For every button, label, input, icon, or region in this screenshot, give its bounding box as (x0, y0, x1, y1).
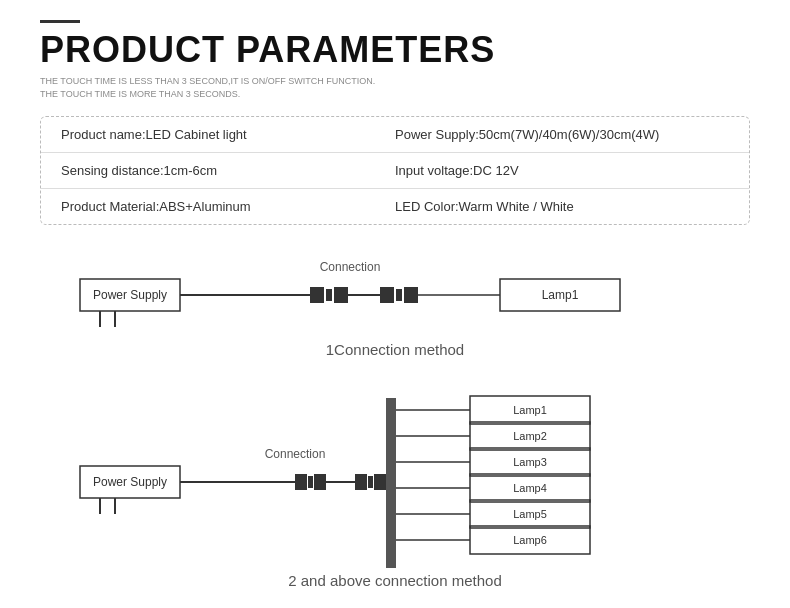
param-led-color: LED Color:Warm White / White (395, 199, 729, 214)
params-row-2: Sensing distance:1cm-6cm Input voltage:D… (41, 153, 749, 189)
svg-rect-4 (326, 289, 332, 301)
diagram-1-section: Connection Power Supply Lamp1 1Connectio… (40, 249, 750, 358)
lamp4-label-d2: Lamp4 (513, 482, 547, 494)
diagram-2-method-label: 2 and above connection method (40, 572, 750, 589)
svg-rect-22 (374, 474, 386, 490)
lamp2-label-d2: Lamp2 (513, 430, 547, 442)
params-row-1: Product name:LED Cabinet light Power Sup… (41, 117, 749, 153)
lamp3-label-d2: Lamp3 (513, 456, 547, 468)
lamp5-label-d2: Lamp5 (513, 508, 547, 520)
power-supply-text-2: Power Supply (93, 475, 167, 489)
param-material: Product Material:ABS+Aluminum (61, 199, 395, 214)
svg-rect-17 (308, 476, 313, 488)
lamp1-label-d2: Lamp1 (513, 404, 547, 416)
params-row-3: Product Material:ABS+Aluminum LED Color:… (41, 189, 749, 224)
connection-label-1: Connection (320, 260, 381, 274)
param-product-name: Product name:LED Cabinet light (61, 127, 395, 142)
svg-rect-16 (295, 474, 307, 490)
svg-rect-9 (404, 287, 418, 303)
param-sensing-distance: Sensing distance:1cm-6cm (61, 163, 395, 178)
svg-rect-5 (334, 287, 348, 303)
svg-rect-8 (396, 289, 402, 301)
svg-rect-7 (380, 287, 394, 303)
svg-rect-20 (355, 474, 367, 490)
svg-rect-18 (314, 474, 326, 490)
top-decorative-line (40, 20, 80, 23)
params-table: Product name:LED Cabinet light Power Sup… (40, 116, 750, 225)
svg-rect-23 (386, 398, 396, 568)
param-input-voltage: Input voltage:DC 12V (395, 163, 729, 178)
lamp1-label-d1: Lamp1 (542, 288, 579, 302)
diagram-1-method-label: 1Connection method (40, 341, 750, 358)
diagram-1-svg: Connection Power Supply Lamp1 (40, 249, 750, 349)
subtitle: THE TOUCH TIME IS LESS THAN 3 SECOND,IT … (40, 75, 750, 100)
diagram-2-svg: Connection Power Supply Lamp1 Lamp2 (40, 368, 750, 588)
connection-label-2: Connection (265, 447, 326, 461)
svg-rect-3 (310, 287, 324, 303)
lamp6-label-d2: Lamp6 (513, 534, 547, 546)
page-title: PRODUCT PARAMETERS (40, 29, 750, 71)
svg-rect-21 (368, 476, 373, 488)
diagram-2-section: Connection Power Supply Lamp1 Lamp2 (40, 368, 750, 589)
param-power-supply: Power Supply:50cm(7W)/40m(6W)/30cm(4W) (395, 127, 729, 142)
power-supply-text-1: Power Supply (93, 288, 167, 302)
